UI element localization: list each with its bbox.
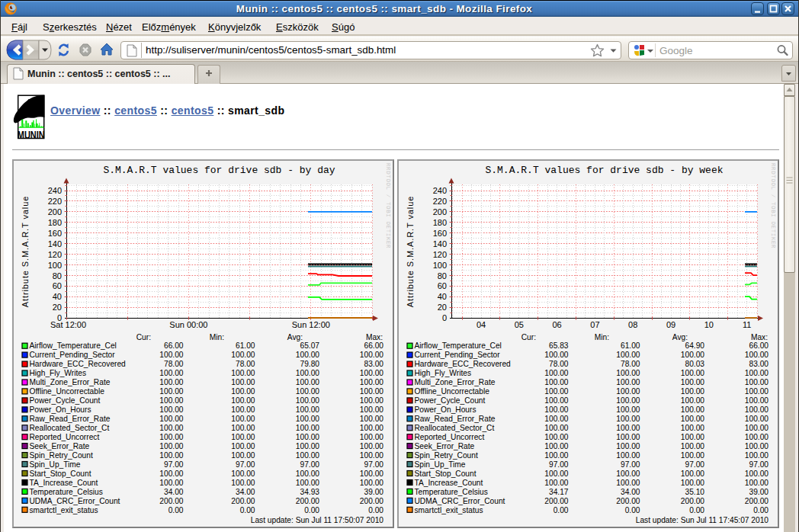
svg-text:100.00: 100.00 [745,387,769,396]
svg-text:97.00: 97.00 [685,460,705,469]
svg-text:100.00: 100.00 [159,405,183,414]
svg-text:200: 200 [433,207,447,216]
svg-text:100.00: 100.00 [296,424,319,432]
svg-text:0.00: 0.00 [689,506,704,514]
svg-text:100.00: 100.00 [360,442,383,450]
svg-text:100.00: 100.00 [360,396,383,405]
svg-text:Current_Pending_Sector: Current_Pending_Sector [30,351,116,359]
svg-text:Multi_Zone_Error_Rate: Multi_Zone_Error_Rate [30,378,111,386]
svg-text:100.00: 100.00 [360,451,383,460]
svg-text:100.00: 100.00 [616,433,640,441]
svg-text:160: 160 [433,229,447,238]
svg-text:Hardware_ECC_Recovered: Hardware_ECC_Recovered [30,360,127,368]
svg-text:Min:: Min: [210,333,224,341]
svg-text:100.00: 100.00 [681,451,704,460]
svg-text:100.00: 100.00 [360,415,383,423]
svg-text:100.00: 100.00 [296,470,319,478]
svg-text:Min:: Min: [595,333,609,341]
svg-text:240: 240 [48,186,62,195]
svg-text:100.00: 100.00 [296,369,319,377]
svg-text:Spin_Up_Time: Spin_Up_Time [30,460,81,469]
svg-text:High_Fly_Writes: High_Fly_Writes [30,369,87,377]
svg-text:100.00: 100.00 [296,396,319,405]
svg-text:Power_Cycle_Count: Power_Cycle_Count [415,396,486,405]
svg-text:180: 180 [48,218,62,227]
svg-text:100: 100 [433,261,447,270]
svg-text:Cur:: Cur: [136,333,151,341]
svg-text:79.80: 79.80 [300,360,320,368]
svg-text:0.00: 0.00 [753,506,769,514]
svg-text:100.00: 100.00 [231,378,255,386]
svg-text:100.00: 100.00 [159,442,183,450]
svg-text:40: 40 [53,292,62,301]
svg-text:100.00: 100.00 [681,424,704,432]
svg-text:UDMA_CRC_Error_Count: UDMA_CRC_Error_Count [30,497,120,505]
svg-text:120: 120 [48,250,62,259]
svg-text:97.00: 97.00 [364,460,384,469]
svg-text:100.00: 100.00 [616,442,640,450]
svg-text:Reported_Uncorrect: Reported_Uncorrect [30,433,100,441]
svg-text:Attribute S.M.A.R.T value: Attribute S.M.A.R.T value [406,196,415,307]
svg-text:09: 09 [666,320,675,329]
svg-text:100.00: 100.00 [544,369,568,377]
svg-text:Start_Stop_Count: Start_Stop_Count [415,470,477,478]
svg-text:100.00: 100.00 [159,369,183,377]
svg-text:100.00: 100.00 [544,378,568,386]
svg-text:61.00: 61.00 [236,341,255,350]
svg-text:100.00: 100.00 [616,451,640,460]
svg-text:100.00: 100.00 [544,396,568,405]
svg-text:97.00: 97.00 [164,460,184,469]
svg-text:05: 05 [515,320,524,329]
svg-text:0.00: 0.00 [304,506,319,514]
svg-text:Reallocated_Sector_Ct: Reallocated_Sector_Ct [415,424,495,432]
svg-text:97.00: 97.00 [300,460,320,469]
svg-text:Offline_Uncorrectable: Offline_Uncorrectable [30,387,105,396]
svg-text:39.00: 39.00 [749,488,769,496]
svg-text:100.00: 100.00 [616,415,640,423]
svg-text:Current_Pending_Sector: Current_Pending_Sector [415,351,501,359]
svg-text:100.00: 100.00 [296,387,319,396]
svg-text:100.00: 100.00 [296,433,319,441]
svg-text:100.00: 100.00 [544,433,568,441]
svg-text:Spin_Retry_Count: Spin_Retry_Count [30,451,93,460]
svg-text:100.00: 100.00 [159,470,183,478]
svg-text:100.00: 100.00 [616,470,640,478]
svg-text:100.00: 100.00 [231,442,255,450]
svg-text:Power_On_Hours: Power_On_Hours [415,405,477,414]
svg-text:UDMA_CRC_Error_Count: UDMA_CRC_Error_Count [415,497,505,505]
svg-text:100.00: 100.00 [296,479,319,487]
svg-text:160: 160 [48,229,62,238]
svg-text:100.00: 100.00 [616,396,640,405]
svg-text:100.00: 100.00 [231,470,255,478]
svg-text:34.00: 34.00 [236,488,255,496]
svg-text:100.00: 100.00 [159,424,183,432]
svg-text:100.00: 100.00 [360,470,383,478]
svg-text:100.00: 100.00 [296,378,319,386]
svg-text:Last update: Sun Jul 11 17:45:: Last update: Sun Jul 11 17:45:07 2010 [636,516,769,524]
svg-text:60: 60 [438,281,447,290]
svg-text:100.00: 100.00 [745,378,769,386]
svg-text:0.00: 0.00 [625,506,640,514]
svg-text:0.00: 0.00 [240,506,255,514]
svg-text:65.07: 65.07 [300,341,320,350]
svg-text:80: 80 [438,271,447,280]
svg-text:Sat 12:00: Sat 12:00 [50,320,86,329]
svg-text:200.00: 200.00 [296,497,319,505]
svg-text:04: 04 [477,320,486,329]
svg-text:100.00: 100.00 [745,405,769,414]
svg-text:08: 08 [628,320,637,329]
svg-text:Power_On_Hours: Power_On_Hours [30,405,91,414]
svg-text:140: 140 [433,239,447,248]
svg-text:100.00: 100.00 [231,479,255,487]
svg-text:100.00: 100.00 [681,387,704,396]
svg-text:Cur:: Cur: [521,333,536,341]
svg-text:34.93: 34.93 [300,488,320,496]
svg-text:100.00: 100.00 [681,415,704,423]
svg-text:smartctl_exit_status: smartctl_exit_status [415,506,483,514]
svg-text:100.00: 100.00 [296,415,319,423]
svg-text:100.00: 100.00 [296,451,319,460]
svg-text:34.00: 34.00 [164,488,184,496]
svg-text:100.00: 100.00 [681,396,704,405]
svg-text:100.00: 100.00 [360,433,383,441]
svg-text:100.00: 100.00 [159,451,183,460]
